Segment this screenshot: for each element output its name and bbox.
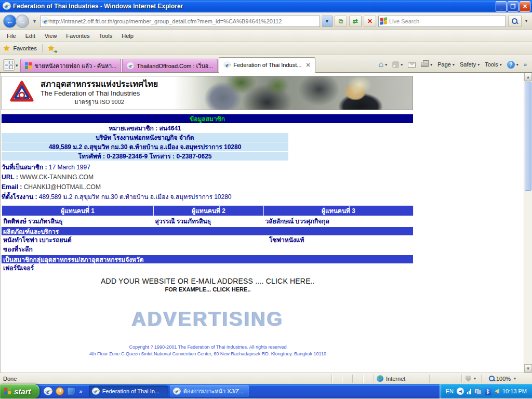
divider bbox=[42, 44, 43, 52]
overflow-chevron-icon[interactable]: » bbox=[524, 61, 527, 68]
read-mail-button[interactable] bbox=[408, 62, 416, 68]
vertical-scrollbar[interactable]: ▲ ▼ bbox=[524, 73, 532, 373]
member-info-header: ข้อมูลสมาชิก bbox=[2, 114, 413, 123]
quick-tabs-icon[interactable] bbox=[3, 59, 15, 71]
start-button[interactable]: start bbox=[0, 384, 39, 398]
browser-viewport: สภาอุตสาหกรรมแห่งประเทศไทย The Federatio… bbox=[0, 73, 532, 373]
network-icon[interactable] bbox=[474, 389, 482, 394]
refresh-icon[interactable]: ⇄ bbox=[349, 16, 362, 27]
tab-close-icon[interactable]: ✕ bbox=[305, 62, 310, 69]
group-row: เฟอร์นิเจอร์ bbox=[2, 263, 413, 273]
menu-help[interactable]: Help bbox=[117, 31, 138, 41]
quicklaunch-chevron-icon[interactable]: » bbox=[78, 388, 84, 394]
address-bar[interactable]: e bbox=[40, 16, 320, 27]
quick-launch: e » bbox=[39, 384, 88, 398]
tab-federation-active[interactable]: e Federation of Thai Indust... ✕ bbox=[219, 57, 315, 72]
email-link[interactable]: CHANKIJ@HOTMAIL.COM bbox=[24, 183, 101, 191]
scrollbar-track[interactable] bbox=[524, 191, 532, 364]
app-icon[interactable] bbox=[67, 387, 75, 395]
rep-name-2: สุวรรณี รวมภัทรสินธุ bbox=[154, 216, 264, 227]
tab-label: ขายหนังควายฟอก แล้ว - ค้นหา... bbox=[35, 61, 117, 71]
internet-globe-icon bbox=[377, 375, 383, 382]
forward-button[interactable]: → bbox=[16, 15, 29, 28]
feeds-button[interactable]: ▾ bbox=[392, 61, 403, 68]
system-tray: EN ◄ ᛒ 10:13 PM bbox=[440, 384, 532, 398]
email-row: Email : CHANKIJ@HOTMAIL.COM bbox=[2, 182, 414, 192]
home-button[interactable]: ⌂▾ bbox=[379, 60, 388, 69]
ie-favicon-icon: e bbox=[223, 61, 231, 69]
rep-name-3: วลัยลักษณ์ บวรศุภกิจกุล bbox=[264, 216, 414, 227]
favorites-star-icon: ★ bbox=[3, 44, 10, 53]
taskbar-button-federation[interactable]: e Federation of Thai In... bbox=[89, 385, 168, 397]
taskbar-button-second[interactable]: e ต้องการเบาะหน้า XJ/Z... bbox=[170, 385, 249, 397]
menu-view[interactable]: View bbox=[40, 31, 62, 41]
clock-icon[interactable] bbox=[56, 387, 64, 395]
menu-file[interactable]: File bbox=[2, 31, 21, 41]
advertising-text: ADVERTISING bbox=[2, 308, 414, 330]
org-name-thai: สภาอุตสาหกรรมแห่งประเทศไทย bbox=[41, 79, 158, 89]
restore-button[interactable]: ❐ bbox=[508, 1, 518, 12]
table-row: กิตติพงษ์ รวมภัทรสินธุ สุวรรณี รวมภัทรสิ… bbox=[2, 216, 414, 227]
language-indicator[interactable]: EN bbox=[446, 388, 454, 394]
history-dropdown-icon[interactable]: ▼ bbox=[31, 19, 38, 24]
page-menu-button[interactable]: Page▾ bbox=[437, 61, 455, 68]
example-link[interactable]: FOR EXAMPLE... CLICK HERE.. bbox=[2, 286, 414, 292]
tab-label: ThailandOffroad.Com : เว็บอ... bbox=[137, 61, 213, 71]
safety-menu-button[interactable]: Safety▾ bbox=[460, 61, 480, 68]
print-button[interactable]: ▾ bbox=[421, 62, 432, 67]
stop-icon[interactable]: ✕ bbox=[364, 16, 376, 27]
address-dropdown-icon[interactable]: ▼ bbox=[322, 16, 332, 27]
print-icon bbox=[421, 62, 429, 67]
volume-icon[interactable] bbox=[495, 389, 499, 394]
page-favicon-icon: e bbox=[42, 17, 49, 25]
live-search-logo-icon bbox=[380, 17, 388, 25]
scroll-down-icon[interactable]: ▼ bbox=[524, 364, 532, 373]
org-name-english: The Federation of Thai Industries bbox=[41, 89, 158, 97]
scroll-up-icon[interactable]: ▲ bbox=[524, 73, 532, 81]
groups-section-header: เป็นสมาชิกกลุ่มอุตสาหกรรม/สภาอุตสาหกรรมจ… bbox=[2, 255, 413, 263]
google-favicon-icon bbox=[25, 62, 32, 70]
search-input[interactable] bbox=[389, 18, 504, 24]
representatives-table: ผู้แทนคนที่ 1 ผู้แทนคนที่ 2 ผู้แทนคนที่ … bbox=[2, 205, 414, 226]
menu-tools[interactable]: Tools bbox=[95, 31, 117, 41]
signal-strength-icon[interactable] bbox=[467, 388, 471, 394]
search-dropdown-icon[interactable]: ▾ bbox=[524, 19, 529, 23]
copyright-line-2: 4th Floor Zone C Queen Sirikit National … bbox=[2, 351, 414, 357]
ie-quicklaunch-icon[interactable]: e bbox=[44, 387, 52, 396]
hide-icons-chevron-icon[interactable]: ◄ bbox=[457, 388, 464, 395]
member-since-row: วันที่เป็นสมาชิก : 17 March 1997 bbox=[2, 163, 414, 172]
rep-name-1: กิตติพงษ์ รวมภัทรสินธุ bbox=[2, 216, 154, 227]
help-button[interactable]: ?▾ bbox=[507, 61, 518, 69]
address-input[interactable] bbox=[49, 18, 318, 24]
fti-logo-icon bbox=[8, 79, 35, 107]
privacy-button[interactable]: ▾ bbox=[461, 375, 481, 383]
tab-thailandoffroad[interactable]: e ThailandOffroad.Com : เว็บอ... bbox=[122, 59, 218, 72]
close-button[interactable]: ✕ bbox=[520, 1, 530, 12]
ie-favicon-icon: e bbox=[127, 62, 134, 70]
back-button[interactable]: ← bbox=[3, 15, 17, 28]
tools-menu-button[interactable]: Tools▾ bbox=[485, 61, 502, 68]
zoom-level: 100% bbox=[496, 376, 511, 382]
products-row-1: หนังทำโซฟา เบาะรถยนต์ โซฟาหนังแท้ bbox=[2, 235, 413, 245]
clock-time: 10:13 PM bbox=[502, 388, 527, 394]
add-favorites-icon[interactable]: ★ bbox=[48, 44, 55, 53]
minimize-button[interactable]: _ bbox=[496, 1, 507, 12]
bluetooth-icon[interactable]: ᛒ bbox=[485, 388, 491, 395]
zoom-control[interactable]: 100% ▾ bbox=[481, 375, 525, 383]
scrollbar-thumb[interactable] bbox=[525, 82, 531, 191]
compatibility-view-icon[interactable]: ⧉ bbox=[335, 16, 347, 27]
live-search-box[interactable] bbox=[378, 16, 506, 27]
menu-edit[interactable]: Edit bbox=[21, 31, 40, 41]
search-go-button[interactable] bbox=[508, 16, 522, 27]
menu-favorites[interactable]: Favorites bbox=[61, 31, 94, 41]
help-icon: ? bbox=[507, 61, 515, 69]
tab-list-dropdown-icon[interactable]: ▾ bbox=[16, 63, 18, 68]
url-link[interactable]: WWW.CK-TANNING.COM bbox=[20, 174, 94, 181]
privacy-icon bbox=[466, 376, 471, 382]
title-bar: e Federation of Thai Industries - Window… bbox=[0, 0, 532, 12]
favorites-button[interactable]: Favorites bbox=[13, 45, 36, 51]
add-website-link[interactable]: ADD YOUR WEBSITE OR E-MAIL ADDRESS .... … bbox=[2, 277, 414, 285]
favorites-bar: ★ Favorites ★ bbox=[0, 42, 532, 55]
tab-google-search[interactable]: ขายหนังควายฟอก แล้ว - ค้นหา... bbox=[20, 59, 122, 72]
rep-header-1: ผู้แทนคนที่ 1 bbox=[2, 206, 154, 216]
